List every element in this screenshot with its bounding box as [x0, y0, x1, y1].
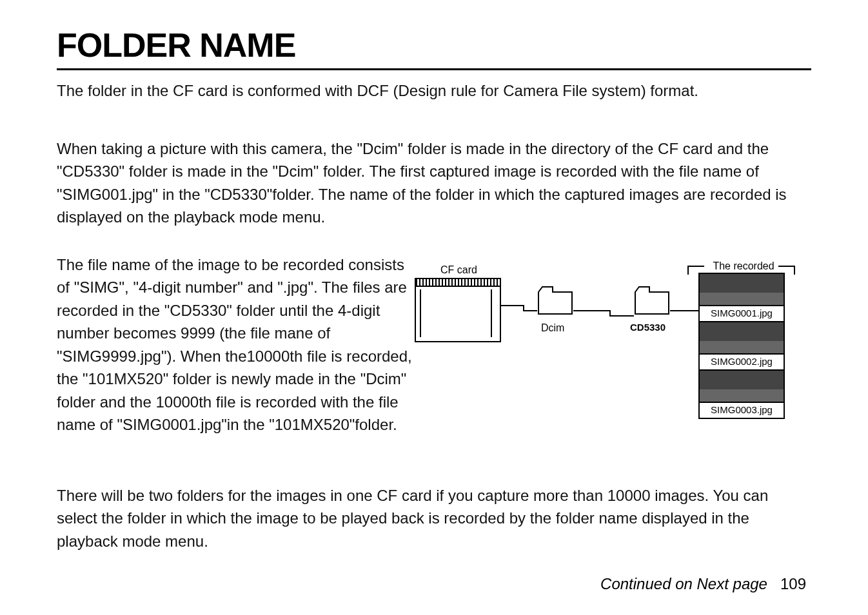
image-thumbnail: [700, 322, 784, 355]
dcim-folder-label: Dcim: [541, 322, 564, 334]
image-thumbnail: [700, 371, 784, 403]
document-page: FOLDER NAME The folder in the CF card is…: [0, 0, 868, 615]
intro-paragraph: The folder in the CF card is conformed w…: [57, 79, 811, 102]
cf-card-icon: [415, 278, 501, 342]
folder-structure-diagram: CF card Dcim: [415, 264, 811, 457]
image-filename: SIMG0002.jpg: [700, 355, 784, 371]
connector-line: [523, 310, 537, 311]
folder-icon: [537, 284, 573, 315]
bracket-line: [687, 266, 689, 275]
image-filename: SIMG0001.jpg: [700, 306, 784, 322]
connector-line: [573, 310, 609, 311]
image-files-column: SIMG0001.jpg SIMG0002.jpg SIMG0003.jpg: [698, 273, 785, 419]
continued-text: Continued on Next page: [600, 575, 767, 592]
bracket-line: [794, 266, 795, 275]
page-title: FOLDER NAME: [57, 26, 811, 68]
folder-icon: [634, 284, 670, 315]
title-rule: [57, 68, 811, 70]
page-number: 109: [780, 575, 806, 592]
image-filename: SIMG0003.jpg: [700, 403, 784, 418]
connector-line: [500, 305, 523, 306]
image-thumbnail: [700, 274, 784, 306]
cf-card-label: CF card: [440, 264, 477, 276]
cd5330-folder-label: CD5330: [630, 322, 666, 333]
bracket-line: [687, 266, 704, 267]
connector-line: [670, 310, 698, 311]
page-footer: Continued on Next page 109: [600, 575, 806, 593]
paragraph-3: The file name of the image to be recorde…: [57, 253, 415, 436]
paragraph-4: There will be two folders for the images…: [57, 484, 811, 553]
paragraph-2: When taking a picture with this camera, …: [57, 137, 811, 229]
connector-line: [609, 315, 634, 317]
